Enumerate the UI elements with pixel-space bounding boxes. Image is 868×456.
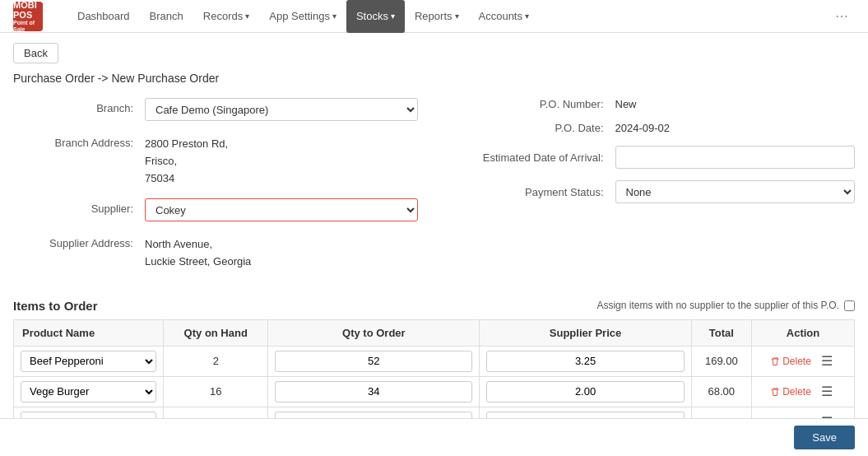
col-product-name: Product Name bbox=[14, 319, 164, 346]
brand-logo-link[interactable]: MOBI POS Point of Sale bbox=[13, 2, 43, 31]
save-button[interactable]: Save bbox=[794, 426, 855, 449]
qty-to-order-input-0[interactable] bbox=[275, 351, 472, 372]
menu-icon-1[interactable]: ☰ bbox=[818, 382, 836, 401]
branch-address-value: 2800 Preston Rd, Frisco, 75034 bbox=[145, 133, 418, 187]
breadcrumb: Purchase Order -> New Purchase Order bbox=[13, 72, 855, 85]
nav-stocks[interactable]: Stocks ▾ bbox=[346, 0, 405, 33]
branch-value: Cafe Demo (Singapore) bbox=[145, 98, 418, 121]
supplier-address-value: North Avenue, Luckie Street, Georgia bbox=[145, 233, 418, 271]
navbar: MOBI POS Point of Sale Dashboard Branch … bbox=[0, 0, 868, 33]
qty-to-order-cell-0[interactable] bbox=[268, 346, 480, 376]
brand-name: MOBI POS bbox=[13, 0, 43, 20]
product-select-0[interactable]: Beef Pepperoni bbox=[21, 351, 156, 372]
assign-note-checkbox[interactable] bbox=[844, 300, 855, 311]
items-header: Items to Order Assign items with no supp… bbox=[13, 299, 855, 313]
action-cell-0: Delete ☰ bbox=[751, 346, 854, 376]
col-qty-on-hand: Qty on Hand bbox=[164, 319, 268, 346]
supplier-label: Supplier: bbox=[13, 198, 145, 215]
brand-logo: MOBI POS Point of Sale bbox=[13, 2, 43, 31]
total-cell-1: 68.00 bbox=[691, 376, 751, 407]
product-name-cell-1[interactable]: Vege Burger bbox=[14, 376, 164, 407]
delete-button-1[interactable]: Delete bbox=[770, 386, 811, 398]
branch-row: Branch: Cafe Demo (Singapore) bbox=[13, 98, 418, 121]
nav-dashboard[interactable]: Dashboard bbox=[67, 0, 140, 33]
branch-address-text: 2800 Preston Rd, Frisco, 75034 bbox=[145, 133, 418, 187]
payment-status-label: Payment Status: bbox=[451, 186, 615, 198]
branch-select[interactable]: Cafe Demo (Singapore) bbox=[145, 98, 418, 121]
reports-caret: ▾ bbox=[455, 12, 459, 21]
payment-status-value: None Paid Unpaid Partial bbox=[615, 180, 856, 203]
supplier-address-text: North Avenue, Luckie Street, Georgia bbox=[145, 233, 418, 271]
supplier-row: Supplier: Cokey bbox=[13, 198, 418, 221]
right-column: P.O. Number: New P.O. Date: 2024-09-02 E… bbox=[451, 98, 856, 282]
supplier-value: Cokey bbox=[145, 198, 418, 221]
nav-accounts[interactable]: Accounts ▾ bbox=[469, 0, 539, 33]
estimated-arrival-value: 2024-09-03 bbox=[615, 146, 856, 169]
nav-branch[interactable]: Branch bbox=[140, 0, 193, 33]
nav-app-settings[interactable]: App Settings ▾ bbox=[259, 0, 346, 33]
page-content: Back Purchase Order -> New Purchase Orde… bbox=[0, 33, 868, 448]
qty-on-hand-cell-0: 2 bbox=[164, 346, 268, 376]
qty-to-order-cell-1[interactable] bbox=[268, 376, 480, 407]
col-total: Total bbox=[691, 319, 751, 346]
back-button[interactable]: Back bbox=[13, 43, 58, 63]
action-cell-inner-0: Delete ☰ bbox=[759, 351, 847, 370]
branch-address-label: Branch Address: bbox=[13, 133, 145, 149]
accounts-caret: ▾ bbox=[525, 12, 529, 21]
nav-reports[interactable]: Reports ▾ bbox=[405, 0, 469, 33]
assign-note-area: Assign items with no supplier to the sup… bbox=[596, 300, 855, 311]
supplier-address-label: Supplier Address: bbox=[13, 233, 145, 249]
supplier-address-row: Supplier Address: North Avenue, Luckie S… bbox=[13, 233, 418, 271]
po-number-text: New bbox=[615, 98, 637, 110]
po-number-label: P.O. Number: bbox=[451, 98, 615, 110]
bottom-bar: Save bbox=[0, 418, 868, 456]
stocks-caret: ▾ bbox=[391, 12, 395, 21]
table-row: Vege Burger 16 68.00 Delete ☰ bbox=[14, 376, 855, 407]
po-date-value: 2024-09-02 bbox=[615, 122, 856, 134]
col-qty-to-order: Qty to Order bbox=[268, 319, 480, 346]
branch-label: Branch: bbox=[13, 98, 145, 114]
payment-status-row: Payment Status: None Paid Unpaid Partial bbox=[451, 180, 856, 203]
app-settings-caret: ▾ bbox=[332, 12, 337, 21]
menu-icon-0[interactable]: ☰ bbox=[818, 351, 836, 370]
table-row: Beef Pepperoni 2 169.00 Delete ☰ bbox=[14, 346, 855, 376]
action-cell-inner-1: Delete ☰ bbox=[759, 382, 847, 401]
brand-tagline: Point of Sale bbox=[13, 20, 43, 32]
estimated-arrival-input[interactable]: 2024-09-03 bbox=[615, 146, 856, 169]
product-name-cell-0[interactable]: Beef Pepperoni bbox=[14, 346, 164, 376]
supplier-price-input-0[interactable] bbox=[486, 351, 684, 372]
po-number-value: New bbox=[615, 98, 856, 110]
estimated-arrival-row: Estimated Date of Arrival: 2024-09-03 bbox=[451, 146, 856, 169]
po-number-row: P.O. Number: New bbox=[451, 98, 856, 110]
supplier-select[interactable]: Cokey bbox=[145, 198, 418, 221]
payment-status-select[interactable]: None Paid Unpaid Partial bbox=[615, 180, 856, 203]
branch-address-row: Branch Address: 2800 Preston Rd, Frisco,… bbox=[13, 133, 418, 187]
col-supplier-price: Supplier Price bbox=[480, 319, 691, 346]
delete-icon-0 bbox=[770, 356, 780, 366]
po-date-label: P.O. Date: bbox=[451, 122, 615, 134]
supplier-price-cell-0[interactable] bbox=[480, 346, 691, 376]
product-select-1[interactable]: Vege Burger bbox=[21, 381, 156, 402]
table-header-row: Product Name Qty on Hand Qty to Order Su… bbox=[14, 319, 855, 346]
total-cell-0: 169.00 bbox=[691, 346, 751, 376]
po-date-text: 2024-09-02 bbox=[615, 122, 671, 134]
estimated-arrival-label: Estimated Date of Arrival: bbox=[451, 151, 615, 164]
qty-on-hand-cell-1: 16 bbox=[164, 376, 268, 407]
delete-button-0[interactable]: Delete bbox=[770, 356, 811, 367]
col-action: Action bbox=[751, 319, 854, 346]
nav-records[interactable]: Records ▾ bbox=[193, 0, 259, 33]
delete-icon-1 bbox=[770, 387, 780, 397]
assign-note-text: Assign items with no supplier to the sup… bbox=[596, 300, 839, 311]
action-cell-1: Delete ☰ bbox=[751, 376, 854, 407]
items-title: Items to Order bbox=[13, 299, 98, 313]
qty-to-order-input-1[interactable] bbox=[275, 381, 472, 402]
left-column: Branch: Cafe Demo (Singapore) Branch Add… bbox=[13, 98, 418, 282]
po-date-row: P.O. Date: 2024-09-02 bbox=[451, 122, 856, 134]
nav-items: Dashboard Branch Records ▾ App Settings … bbox=[67, 0, 855, 33]
nav-more-icon[interactable]: ⋯ bbox=[829, 8, 855, 24]
supplier-price-cell-1[interactable] bbox=[480, 376, 691, 407]
records-caret: ▾ bbox=[245, 12, 249, 21]
supplier-price-input-1[interactable] bbox=[486, 381, 684, 402]
purchase-order-form: Branch: Cafe Demo (Singapore) Branch Add… bbox=[13, 98, 855, 282]
